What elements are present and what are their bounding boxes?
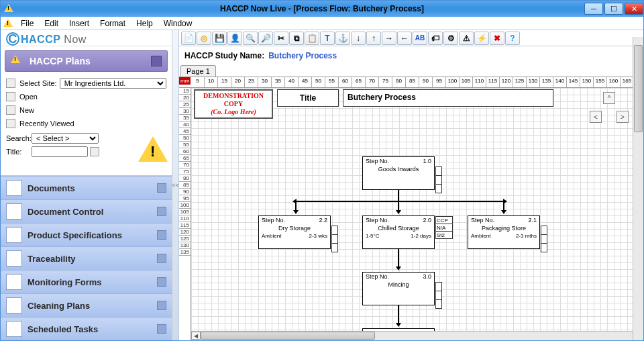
- sidebar-splitter[interactable]: <<: [172, 30, 179, 340]
- window-close[interactable]: ✕: [625, 3, 643, 15]
- tool-rename[interactable]: AB: [413, 32, 427, 45]
- scroll-up-button[interactable]: ^: [603, 92, 615, 104]
- menu-insert[interactable]: Insert: [64, 17, 94, 30]
- app-window: HACCP Now Live - [Process Flow: Butchery…: [0, 0, 644, 341]
- chevron-down-icon: [157, 230, 166, 240]
- title-bar: HACCP Now Live - [Process Flow: Butchery…: [1, 1, 643, 17]
- step-2-0[interactable]: Step No.2.0 Chilled Storage 1-5°C1-2 day…: [362, 215, 435, 249]
- new-icon: [6, 105, 15, 115]
- step-3-0[interactable]: Step No.3.0 Mincing: [362, 272, 435, 305]
- plans-header[interactable]: HACCP Plans: [5, 50, 168, 72]
- chevron-down-icon: [157, 254, 166, 263]
- nav-document-control[interactable]: Document Control: [1, 199, 172, 223]
- tool-cut[interactable]: ✂: [274, 32, 288, 45]
- warning-icon: [11, 54, 24, 68]
- chevron-down-icon: [157, 301, 166, 310]
- tool-arrow-left[interactable]: ←: [397, 32, 412, 45]
- tool-settings[interactable]: ⚙: [443, 32, 458, 45]
- search-go-button[interactable]: [90, 147, 99, 156]
- alert-icon: [3, 19, 13, 28]
- tool-bolt[interactable]: ⚡: [474, 32, 489, 45]
- schedule-icon: [6, 321, 22, 337]
- chevron-down-icon: [157, 277, 166, 287]
- chevron-down-icon: [157, 324, 166, 334]
- nav-product-spec[interactable]: Product Specifications: [1, 223, 172, 246]
- window-minimize[interactable]: ─: [584, 3, 603, 15]
- page-tabs: Page 1: [179, 65, 643, 77]
- tool-help[interactable]: ?: [505, 32, 520, 45]
- search-select[interactable]: < Select >: [32, 133, 99, 144]
- canvas-area: mm 5101520253035404550556065707580859095…: [179, 77, 643, 340]
- step-2-2[interactable]: Step No.2.2 Dry Storage Ambient2-3 wks: [258, 215, 331, 249]
- alert-icon: [4, 4, 13, 13]
- search-label: Search:: [6, 134, 32, 142]
- tool-warning[interactable]: ⚠: [459, 32, 474, 45]
- plans-body: Select Site: Mr Ingredients Ltd. Open Ne…: [1, 75, 172, 164]
- open-button[interactable]: Open: [6, 91, 166, 103]
- tool-preview[interactable]: ◎: [197, 32, 211, 45]
- nav-panel: Documents Document Control Product Speci…: [1, 175, 172, 340]
- menu-edit[interactable]: Edit: [40, 17, 63, 30]
- nav-documents[interactable]: Documents: [1, 176, 172, 199]
- horizontal-ruler: mm 5101520253035404550556065707580859095…: [179, 77, 643, 88]
- tool-arrow-right[interactable]: →: [382, 32, 396, 45]
- tool-anchor[interactable]: ⚓: [335, 32, 350, 45]
- tool-tag[interactable]: 🏷: [428, 32, 443, 45]
- title-input[interactable]: [32, 146, 88, 157]
- tool-arrow-down[interactable]: ↓: [351, 32, 366, 45]
- step-2-0-tags: CCP N/A St2: [435, 216, 453, 238]
- tool-find[interactable]: 🔍: [243, 32, 258, 45]
- collapse-icon[interactable]: [151, 56, 162, 66]
- scroll-left-icon[interactable]: ◀: [191, 332, 201, 340]
- tool-zoom[interactable]: 🔎: [258, 32, 273, 45]
- drawing-canvas[interactable]: DEMONSTRATION COPY (Co. Logo Here) Title…: [191, 88, 643, 340]
- panel-vertical-scrollbar[interactable]: [633, 37, 643, 340]
- nav-traceability[interactable]: Traceability: [1, 246, 172, 270]
- traceability-icon: [6, 250, 22, 266]
- logo: CHACCP Now: [1, 30, 172, 46]
- ruler-unit: mm: [179, 77, 191, 85]
- toolbar: 📄 ◎ 💾 👤 🔍 🔎 ✂ ⧉ 📋 T ⚓ ↓ ↑ → ← AB 🏷 ⚙ ⚠ ⚡: [179, 30, 643, 46]
- documents-icon: [6, 180, 22, 196]
- tool-save[interactable]: 💾: [212, 32, 227, 45]
- page-tab-1[interactable]: Page 1: [180, 65, 216, 77]
- scroll-left-button[interactable]: <: [590, 111, 602, 123]
- site-icon: [6, 79, 15, 88]
- tool-paste[interactable]: 📋: [305, 32, 319, 45]
- step-2-1[interactable]: Step No.2.1 Packaging Store Ambient2-3 m…: [468, 215, 540, 249]
- menu-help[interactable]: Help: [131, 17, 158, 30]
- site-select[interactable]: Mr Ingredients Ltd.: [60, 78, 166, 89]
- menu-window[interactable]: Window: [159, 17, 197, 30]
- vertical-ruler: 1520253035404550556065707580859095100105…: [179, 88, 191, 340]
- tool-stamp[interactable]: 👤: [227, 32, 242, 45]
- tool-delete[interactable]: ✖: [490, 32, 504, 45]
- demo-copy-box[interactable]: DEMONSTRATION COPY (Co. Logo Here): [194, 89, 273, 119]
- tool-copy[interactable]: ⧉: [289, 32, 304, 45]
- menu-file[interactable]: File: [16, 17, 38, 30]
- warning-icon: [138, 136, 169, 167]
- title-label-box[interactable]: Title: [277, 89, 339, 107]
- recent-button[interactable]: Recently Viewed: [6, 117, 166, 130]
- scroll-right-button[interactable]: >: [616, 111, 629, 123]
- window-title: HACCP Now Live - [Process Flow: Butchery…: [220, 4, 424, 13]
- menu-bar: File Edit Insert Format Help Window: [1, 17, 643, 30]
- plans-header-label: HACCP Plans: [30, 56, 91, 66]
- step-1-0[interactable]: Step No.1.0 Goods Inwards: [362, 156, 435, 190]
- product-spec-icon: [6, 227, 22, 243]
- nav-monitoring-forms[interactable]: Monitoring Forms: [1, 270, 172, 293]
- tool-arrow-up[interactable]: ↑: [366, 32, 381, 45]
- nav-scheduled-tasks[interactable]: Scheduled Tasks: [1, 317, 172, 340]
- window-maximize[interactable]: ☐: [604, 3, 623, 15]
- scrollbar-thumb[interactable]: [634, 45, 643, 132]
- tool-new-doc[interactable]: 📄: [181, 32, 196, 45]
- scrollbar-thumb[interactable]: [201, 332, 375, 340]
- process-title-box[interactable]: Butchery Process: [343, 89, 553, 107]
- nav-cleaning-plans[interactable]: Cleaning Plans: [1, 293, 172, 317]
- tool-text[interactable]: T: [320, 32, 335, 45]
- new-button[interactable]: New: [6, 104, 166, 116]
- canvas-horizontal-scrollbar[interactable]: ◀ ▶: [191, 331, 643, 340]
- recent-icon: [6, 119, 15, 128]
- menu-format[interactable]: Format: [95, 17, 130, 30]
- main-panel: 📄 ◎ 💾 👤 🔍 🔎 ✂ ⧉ 📋 T ⚓ ↓ ↑ → ← AB 🏷 ⚙ ⚠ ⚡: [179, 30, 643, 340]
- open-icon: [6, 92, 15, 101]
